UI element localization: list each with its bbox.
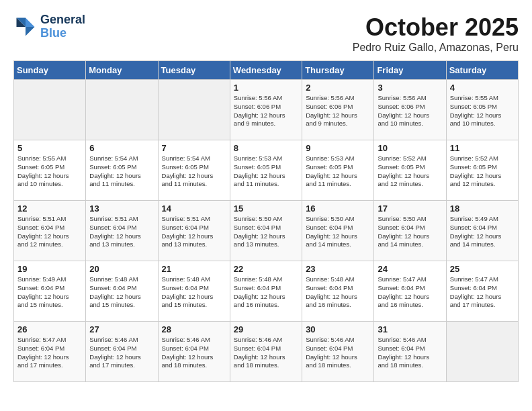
cell-info: Sunrise: 5:48 AM Sunset: 6:04 PM Dayligh… xyxy=(234,275,298,310)
day-number: 5 xyxy=(17,143,82,153)
calendar-cell: 14Sunrise: 5:51 AM Sunset: 6:04 PM Dayli… xyxy=(158,201,230,261)
day-number: 21 xyxy=(162,264,226,274)
cell-info: Sunrise: 5:55 AM Sunset: 6:05 PM Dayligh… xyxy=(17,154,82,189)
calendar-header-row: SundayMondayTuesdayWednesdayThursdayFrid… xyxy=(14,61,519,80)
calendar-cell: 17Sunrise: 5:50 AM Sunset: 6:04 PM Dayli… xyxy=(374,201,446,261)
day-number: 1 xyxy=(234,83,298,93)
cell-info: Sunrise: 5:46 AM Sunset: 6:04 PM Dayligh… xyxy=(378,336,442,370)
cell-info: Sunrise: 5:51 AM Sunset: 6:04 PM Dayligh… xyxy=(162,215,226,249)
cell-info: Sunrise: 5:47 AM Sunset: 6:04 PM Dayligh… xyxy=(17,336,82,370)
calendar-cell: 24Sunrise: 5:47 AM Sunset: 6:04 PM Dayli… xyxy=(374,261,446,322)
day-number: 10 xyxy=(378,143,442,153)
day-number: 31 xyxy=(378,324,442,334)
cell-info: Sunrise: 5:50 AM Sunset: 6:04 PM Dayligh… xyxy=(378,215,442,249)
calendar-cell: 7Sunrise: 5:54 AM Sunset: 6:05 PM Daylig… xyxy=(158,140,230,201)
calendar-cell: 25Sunrise: 5:47 AM Sunset: 6:04 PM Dayli… xyxy=(446,261,518,322)
calendar-week-2: 5Sunrise: 5:55 AM Sunset: 6:05 PM Daylig… xyxy=(14,140,519,201)
calendar-cell xyxy=(158,80,230,140)
calendar-cell: 27Sunrise: 5:46 AM Sunset: 6:04 PM Dayli… xyxy=(86,322,158,382)
logo-icon xyxy=(13,15,38,39)
calendar-cell: 10Sunrise: 5:52 AM Sunset: 6:05 PM Dayli… xyxy=(374,140,446,201)
cell-info: Sunrise: 5:50 AM Sunset: 6:04 PM Dayligh… xyxy=(234,215,298,249)
calendar-cell: 9Sunrise: 5:53 AM Sunset: 6:05 PM Daylig… xyxy=(302,140,374,201)
calendar-cell: 31Sunrise: 5:46 AM Sunset: 6:04 PM Dayli… xyxy=(374,322,446,382)
calendar-week-4: 19Sunrise: 5:49 AM Sunset: 6:04 PM Dayli… xyxy=(14,261,519,322)
calendar-cell: 23Sunrise: 5:48 AM Sunset: 6:04 PM Dayli… xyxy=(302,261,374,322)
day-number: 3 xyxy=(378,83,442,93)
cell-info: Sunrise: 5:56 AM Sunset: 6:06 PM Dayligh… xyxy=(378,94,442,128)
day-number: 28 xyxy=(162,324,226,334)
day-number: 14 xyxy=(162,203,226,214)
calendar-cell: 11Sunrise: 5:52 AM Sunset: 6:05 PM Dayli… xyxy=(446,140,518,201)
day-number: 16 xyxy=(306,203,370,214)
calendar-cell: 19Sunrise: 5:49 AM Sunset: 6:04 PM Dayli… xyxy=(14,261,86,322)
cell-info: Sunrise: 5:46 AM Sunset: 6:04 PM Dayligh… xyxy=(306,336,370,370)
logo-text: General Blue xyxy=(40,13,85,40)
day-number: 4 xyxy=(450,83,515,93)
calendar-cell: 3Sunrise: 5:56 AM Sunset: 6:06 PM Daylig… xyxy=(374,80,446,140)
day-number: 25 xyxy=(450,264,515,274)
calendar-week-1: 1Sunrise: 5:56 AM Sunset: 6:06 PM Daylig… xyxy=(14,80,519,140)
cell-info: Sunrise: 5:52 AM Sunset: 6:05 PM Dayligh… xyxy=(450,154,515,189)
calendar-body: 1Sunrise: 5:56 AM Sunset: 6:06 PM Daylig… xyxy=(14,80,519,382)
day-header-friday: Friday xyxy=(374,61,446,80)
cell-info: Sunrise: 5:48 AM Sunset: 6:04 PM Dayligh… xyxy=(89,275,154,310)
calendar-cell: 6Sunrise: 5:54 AM Sunset: 6:05 PM Daylig… xyxy=(86,140,158,201)
calendar-week-5: 26Sunrise: 5:47 AM Sunset: 6:04 PM Dayli… xyxy=(14,322,519,382)
calendar-subtitle: Pedro Ruiz Gallo, Amazonas, Peru xyxy=(353,42,519,54)
cell-info: Sunrise: 5:47 AM Sunset: 6:04 PM Dayligh… xyxy=(378,275,442,310)
calendar-cell: 20Sunrise: 5:48 AM Sunset: 6:04 PM Dayli… xyxy=(86,261,158,322)
day-number: 17 xyxy=(378,203,442,214)
calendar-cell xyxy=(86,80,158,140)
cell-info: Sunrise: 5:54 AM Sunset: 6:05 PM Dayligh… xyxy=(89,154,154,189)
calendar-cell: 15Sunrise: 5:50 AM Sunset: 6:04 PM Dayli… xyxy=(230,201,302,261)
day-number: 6 xyxy=(89,143,154,153)
day-header-thursday: Thursday xyxy=(302,61,374,80)
cell-info: Sunrise: 5:51 AM Sunset: 6:04 PM Dayligh… xyxy=(17,215,82,249)
cell-info: Sunrise: 5:49 AM Sunset: 6:04 PM Dayligh… xyxy=(17,275,82,310)
cell-info: Sunrise: 5:48 AM Sunset: 6:04 PM Dayligh… xyxy=(162,275,226,310)
cell-info: Sunrise: 5:53 AM Sunset: 6:05 PM Dayligh… xyxy=(306,154,370,189)
day-header-wednesday: Wednesday xyxy=(230,61,302,80)
logo: General Blue xyxy=(13,13,85,40)
day-number: 19 xyxy=(17,264,82,274)
day-number: 12 xyxy=(17,203,82,214)
day-number: 9 xyxy=(306,143,370,153)
day-number: 18 xyxy=(450,203,515,214)
cell-info: Sunrise: 5:46 AM Sunset: 6:04 PM Dayligh… xyxy=(89,336,154,370)
day-header-monday: Monday xyxy=(86,61,158,80)
day-header-tuesday: Tuesday xyxy=(158,61,230,80)
calendar-cell: 28Sunrise: 5:46 AM Sunset: 6:04 PM Dayli… xyxy=(158,322,230,382)
cell-info: Sunrise: 5:51 AM Sunset: 6:04 PM Dayligh… xyxy=(89,215,154,249)
calendar-cell: 12Sunrise: 5:51 AM Sunset: 6:04 PM Dayli… xyxy=(14,201,86,261)
day-number: 29 xyxy=(234,324,298,334)
calendar-cell: 4Sunrise: 5:55 AM Sunset: 6:05 PM Daylig… xyxy=(446,80,518,140)
calendar-cell: 18Sunrise: 5:49 AM Sunset: 6:04 PM Dayli… xyxy=(446,201,518,261)
calendar-cell: 29Sunrise: 5:46 AM Sunset: 6:04 PM Dayli… xyxy=(230,322,302,382)
day-number: 27 xyxy=(89,324,154,334)
cell-info: Sunrise: 5:49 AM Sunset: 6:04 PM Dayligh… xyxy=(450,215,515,249)
day-number: 8 xyxy=(234,143,298,153)
day-number: 11 xyxy=(450,143,515,153)
day-number: 26 xyxy=(17,324,82,334)
day-number: 30 xyxy=(306,324,370,334)
cell-info: Sunrise: 5:56 AM Sunset: 6:06 PM Dayligh… xyxy=(234,94,298,128)
calendar-cell: 16Sunrise: 5:50 AM Sunset: 6:04 PM Dayli… xyxy=(302,201,374,261)
svg-marker-1 xyxy=(26,27,35,36)
cell-info: Sunrise: 5:46 AM Sunset: 6:04 PM Dayligh… xyxy=(162,336,226,370)
cell-info: Sunrise: 5:47 AM Sunset: 6:04 PM Dayligh… xyxy=(450,275,515,310)
calendar-table: SundayMondayTuesdayWednesdayThursdayFrid… xyxy=(13,60,519,382)
day-number: 24 xyxy=(378,264,442,274)
calendar-cell: 5Sunrise: 5:55 AM Sunset: 6:05 PM Daylig… xyxy=(14,140,86,201)
day-header-sunday: Sunday xyxy=(14,61,86,80)
cell-info: Sunrise: 5:50 AM Sunset: 6:04 PM Dayligh… xyxy=(306,215,370,249)
day-number: 7 xyxy=(162,143,226,153)
calendar-cell: 30Sunrise: 5:46 AM Sunset: 6:04 PM Dayli… xyxy=(302,322,374,382)
cell-info: Sunrise: 5:55 AM Sunset: 6:05 PM Dayligh… xyxy=(450,94,515,128)
calendar-cell: 8Sunrise: 5:53 AM Sunset: 6:05 PM Daylig… xyxy=(230,140,302,201)
svg-marker-0 xyxy=(26,17,35,27)
day-number: 13 xyxy=(89,203,154,214)
cell-info: Sunrise: 5:56 AM Sunset: 6:06 PM Dayligh… xyxy=(306,94,370,128)
calendar-week-3: 12Sunrise: 5:51 AM Sunset: 6:04 PM Dayli… xyxy=(14,201,519,261)
page-header: General Blue October 2025 Pedro Ruiz Gal… xyxy=(13,13,519,54)
